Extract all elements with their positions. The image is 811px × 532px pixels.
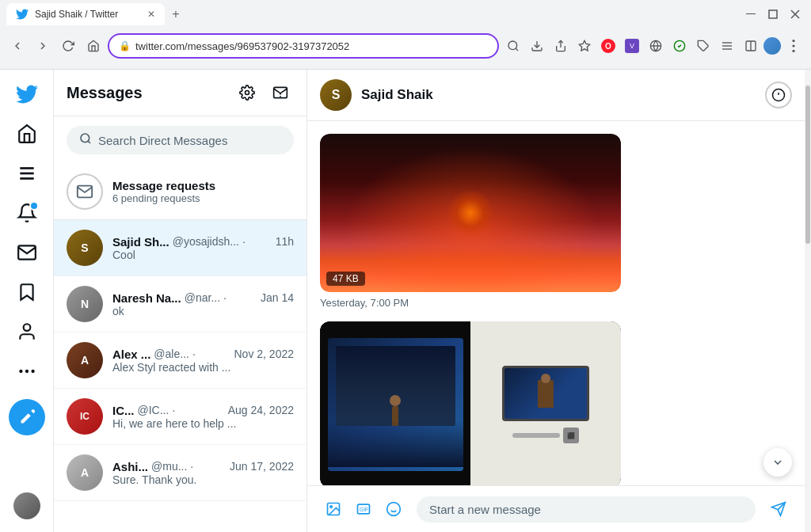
ashi-time: Jun 17, 2022 — [230, 460, 294, 473]
svg-point-36 — [330, 506, 333, 508]
search-icon — [79, 132, 92, 148]
svg-line-31 — [88, 141, 90, 143]
sajid-time: 11h — [276, 235, 294, 248]
search-container: Search Direct Messages — [54, 116, 307, 164]
alex-time: Nov 2, 2022 — [234, 348, 295, 360]
settings-lines-icon[interactable] — [716, 35, 738, 57]
new-tab-button[interactable]: + — [165, 3, 187, 25]
sidebar-item-notifications[interactable] — [9, 195, 45, 231]
chat-contact-avatar: S — [320, 79, 352, 111]
sidebar-item-bookmarks[interactable] — [9, 274, 45, 310]
message-list: Message requests 6 pending requests S Sa… — [54, 164, 307, 532]
image-input-icon[interactable] — [320, 496, 347, 522]
naresh-avatar: N — [67, 286, 103, 322]
message-requests-subtitle: 6 pending requests — [112, 192, 294, 204]
lock-icon: 🔒 — [119, 40, 131, 51]
scroll-to-bottom-button[interactable] — [763, 448, 792, 477]
conversation-alex[interactable]: A Alex ... @ale... · Nov 2, 2022 Alex St… — [54, 332, 307, 389]
emoji-input-icon[interactable] — [380, 496, 407, 522]
alex-avatar: A — [67, 342, 103, 378]
conversation-ic[interactable]: IC IC... @IC... · Aug 24, 2022 Hi, we ar… — [54, 389, 307, 445]
alex-preview: Alex Styl reacted with ... — [112, 361, 294, 374]
new-message-button[interactable] — [267, 79, 294, 106]
bookmark-star-icon[interactable] — [573, 35, 596, 57]
messages-settings-button[interactable] — [234, 79, 261, 106]
scrollbar-thumb[interactable] — [805, 86, 810, 244]
naresh-handle: @nar... — [185, 291, 220, 304]
back-button[interactable] — [6, 35, 29, 57]
user-avatar-nav[interactable] — [13, 492, 40, 519]
share-icon[interactable] — [550, 35, 572, 57]
naresh-name: Naresh Na... — [112, 291, 181, 305]
check-icon[interactable] — [668, 35, 691, 57]
dark-sky-image — [320, 134, 621, 292]
ashi-avatar: A — [67, 454, 103, 491]
message-image-2[interactable]: ⬛ — [320, 321, 621, 485]
opera-logo: O — [601, 39, 615, 53]
ashi-name: Ashi... — [112, 460, 148, 473]
sidebar-item-more[interactable] — [9, 353, 45, 390]
ashi-handle: @mu... — [151, 460, 187, 473]
svg-point-18 — [792, 40, 794, 42]
sidebar-item-explore[interactable] — [9, 155, 45, 192]
sajid-name: Sajid Sh... — [112, 235, 169, 249]
compose-button[interactable] — [9, 399, 45, 435]
user-profile-icon[interactable] — [763, 37, 781, 55]
address-bar[interactable]: 🔒 twitter.com/messages/969537902-3197372… — [108, 33, 499, 59]
tv-gaming-image: ⬛ — [320, 321, 621, 485]
page-scrollbar[interactable] — [805, 70, 811, 532]
conversation-ashi[interactable]: A Ashi... @mu... · Jun 17, 2022 Sure. Th… — [54, 445, 307, 501]
svg-point-24 — [23, 324, 30, 331]
social-icon[interactable] — [645, 35, 667, 57]
split-view-icon[interactable] — [740, 35, 762, 57]
vpn-logo: V — [625, 39, 639, 53]
minimize-button[interactable] — [741, 5, 760, 24]
conversation-sajid[interactable]: S Sajid Sh... @yosajidsh... · 11h Cool — [54, 220, 307, 276]
sidebar-item-profile[interactable] — [9, 314, 45, 350]
sajid-info: Sajid Sh... @yosajidsh... · 11h Cool — [112, 235, 294, 261]
message-requests-title: Message requests — [112, 179, 294, 192]
chat-messages: 47 KB Yesterday, 7:00 PM — [307, 121, 805, 485]
sidebar-item-home[interactable] — [9, 116, 45, 152]
messages-panel: Messages Search Direct Messages — [54, 70, 307, 532]
gif-input-icon[interactable]: GIF — [350, 496, 377, 522]
reload-button[interactable] — [57, 35, 79, 57]
svg-rect-1 — [769, 10, 777, 18]
twitter-logo[interactable] — [9, 76, 45, 112]
forward-button[interactable] — [32, 35, 54, 57]
messages-header-icons — [234, 79, 294, 106]
sidebar-item-messages[interactable] — [9, 234, 45, 271]
close-button[interactable] — [786, 5, 805, 24]
chat-area: S Sajid Shaik 47 KB Yesterday, 7:00 PM — [307, 70, 805, 532]
ic-avatar: IC — [67, 398, 103, 435]
vpn-shield-icon[interactable]: V — [621, 35, 643, 57]
download-icon[interactable] — [526, 35, 548, 57]
conversation-naresh[interactable]: N Naresh Na... @nar... · Jan 14 ok — [54, 276, 307, 332]
search-toolbar-icon[interactable] — [502, 35, 524, 57]
svg-line-5 — [516, 48, 518, 51]
naresh-preview: ok — [112, 305, 294, 317]
message-requests-item[interactable]: Message requests 6 pending requests — [54, 164, 307, 220]
opera-icon[interactable]: O — [597, 35, 619, 57]
svg-point-26 — [25, 370, 28, 373]
tab-close-button[interactable]: ✕ — [147, 9, 155, 20]
svg-point-4 — [508, 41, 517, 50]
send-button[interactable] — [765, 496, 792, 522]
maximize-button[interactable] — [763, 5, 782, 24]
message-image-1[interactable]: 47 KB — [320, 134, 621, 292]
active-tab[interactable]: Sajid Shaik / Twitter ✕ — [6, 3, 165, 25]
svg-point-28 — [246, 91, 249, 95]
home-button[interactable] — [82, 35, 105, 57]
twitter-sidebar — [0, 70, 54, 532]
svg-rect-0 — [746, 13, 756, 14]
ic-info: IC... @IC... · Aug 24, 2022 Hi, we are h… — [112, 404, 294, 430]
url-text: twitter.com/messages/969537902-319737205… — [135, 40, 488, 52]
svg-point-30 — [81, 134, 89, 142]
messages-header: Messages — [54, 70, 307, 116]
chat-info-button[interactable] — [765, 82, 792, 108]
search-direct-messages[interactable]: Search Direct Messages — [67, 126, 294, 154]
menu-dots-icon[interactable] — [782, 35, 805, 57]
extensions-icon[interactable] — [692, 35, 714, 57]
tab-favicon — [16, 8, 29, 21]
message-input[interactable]: Start a new message — [417, 496, 756, 522]
